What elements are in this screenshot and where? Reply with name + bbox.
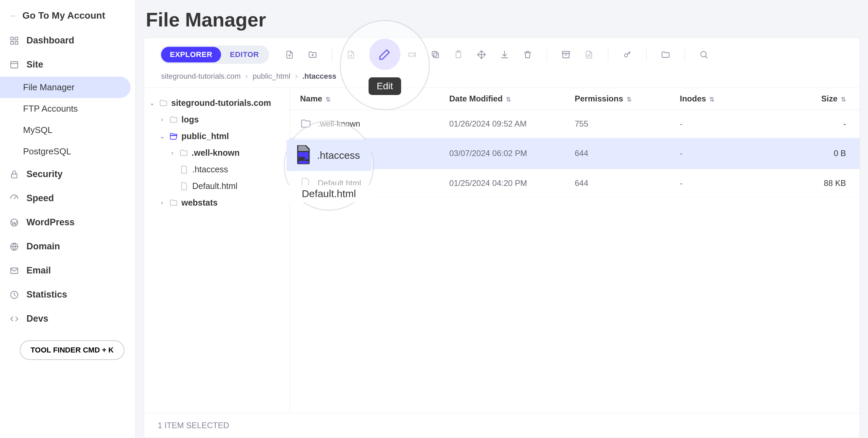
svg-rect-4: [11, 61, 18, 68]
sort-icon: ⇅: [627, 96, 632, 103]
tree-item-well-known[interactable]: › .well-known: [148, 145, 285, 161]
sort-icon: ⇅: [326, 96, 331, 103]
tree-root[interactable]: ⌄ siteground-tutorials.com: [148, 95, 285, 111]
svg-rect-3: [15, 41, 18, 44]
folder-settings-button[interactable]: [659, 48, 672, 61]
folder-icon: [300, 118, 312, 130]
sidebar-item-label: Site: [26, 59, 43, 70]
file-icon: [180, 165, 189, 174]
sidebar-item-ftp-accounts[interactable]: FTP Accounts: [0, 98, 135, 119]
copy-button[interactable]: [429, 48, 442, 61]
new-file-button[interactable]: [283, 48, 296, 61]
tree-item-htaccess[interactable]: .htaccess: [148, 161, 285, 178]
sidebar-item-label: MySQL: [23, 125, 53, 135]
panel-body: ⌄ siteground-tutorials.com › logs ⌄ publ…: [144, 88, 860, 413]
sidebar-item-devs[interactable]: Devs: [0, 307, 135, 331]
file-date: 03/07/2024 06:02 PM: [449, 149, 575, 158]
sidebar-item-email[interactable]: Email: [0, 259, 135, 283]
sort-icon: ⇅: [506, 96, 511, 103]
svg-rect-1: [15, 37, 18, 40]
table-row[interactable]: Default.html 01/25/2024 04:20 PM 644 - 8…: [290, 169, 860, 197]
globe-icon: [9, 242, 19, 251]
tree-item-default-html[interactable]: Default.html: [148, 178, 285, 194]
svg-rect-16: [563, 54, 569, 58]
folder-open-icon: [169, 132, 178, 141]
sidebar-item-postgresql[interactable]: PostgreSQL: [0, 141, 135, 162]
go-to-account-label: Go To My Account: [22, 10, 105, 21]
tree-item-public-html[interactable]: ⌄ public_html: [148, 128, 285, 145]
sort-icon: ⇅: [709, 96, 714, 103]
col-header-permissions[interactable]: Permissions⇅: [575, 94, 680, 103]
paste-button[interactable]: [452, 48, 465, 61]
sidebar-item-domain[interactable]: Domain: [0, 234, 135, 259]
breadcrumb-item[interactable]: public_html: [253, 72, 290, 81]
status-text: 1 ITEM SELECTED: [158, 421, 229, 430]
extract-button[interactable]: [582, 48, 596, 61]
file-date: 01/25/2024 04:20 PM: [449, 178, 575, 188]
svg-rect-10: [409, 53, 414, 56]
sidebar-item-mysql[interactable]: MySQL: [0, 119, 135, 141]
file-inodes: -: [680, 178, 778, 188]
tab-explorer[interactable]: EXPLORER: [161, 47, 221, 62]
move-button[interactable]: [475, 48, 488, 61]
download-button[interactable]: [498, 48, 511, 61]
col-header-size[interactable]: Size⇅: [778, 94, 846, 103]
tree-label: siteground-tutorials.com: [171, 98, 271, 108]
sidebar-item-dashboard[interactable]: Dashboard: [0, 28, 135, 53]
col-header-name[interactable]: Name⇅: [300, 94, 449, 103]
table-header: Name⇅ Date Modified⇅ Permissions⇅ Inodes…: [290, 88, 860, 110]
svg-rect-11: [434, 53, 438, 58]
sidebar: ← Go To My Account Dashboard Site File M…: [0, 0, 136, 438]
breadcrumb-item[interactable]: siteground-tutorials.com: [161, 72, 241, 81]
file-permissions: 644: [575, 149, 680, 158]
svg-rect-5: [12, 174, 17, 178]
main-content: File Manager EXPLORER EDITOR: [136, 0, 868, 438]
file-size: -: [778, 119, 846, 129]
tool-finder-button[interactable]: TOOL FINDER CMD + K: [20, 340, 124, 360]
sidebar-item-speed[interactable]: Speed: [0, 186, 135, 210]
file-date: 01/26/2024 09:52 AM: [449, 119, 575, 129]
gauge-icon: [9, 194, 19, 203]
table-row[interactable]: .HT .htaccess 03/07/2024 06:02 PM 644 - …: [290, 138, 860, 169]
new-folder-button[interactable]: [306, 48, 319, 61]
table-row[interactable]: .well-known 01/26/2024 09:52 AM 755 - -: [290, 110, 860, 138]
tab-label: EDITOR: [230, 50, 259, 59]
upload-file-button[interactable]: [344, 48, 358, 61]
chevron-right-icon: ›: [158, 116, 166, 123]
tree-item-logs[interactable]: › logs: [148, 111, 285, 128]
col-header-date[interactable]: Date Modified⇅: [449, 94, 575, 103]
archive-button[interactable]: [559, 48, 573, 61]
sidebar-item-label: WordPress: [26, 217, 75, 228]
sidebar-item-security[interactable]: Security: [0, 162, 135, 186]
svg-rect-12: [432, 52, 437, 56]
file-name: .htaccess: [318, 149, 352, 158]
folder-tree: ⌄ siteground-tutorials.com › logs ⌄ publ…: [144, 88, 290, 413]
tree-label: webstats: [181, 198, 218, 208]
permissions-button[interactable]: [620, 48, 634, 61]
folder-icon: [179, 149, 188, 157]
lock-icon: [9, 170, 19, 179]
sidebar-item-file-manager[interactable]: File Manager: [0, 77, 131, 98]
rename-button[interactable]: [406, 48, 419, 61]
folder-icon: [169, 115, 178, 124]
edit-button[interactable]: [382, 48, 396, 61]
breadcrumb-item-current: .htaccess: [302, 72, 336, 81]
tab-editor[interactable]: EDITOR: [221, 47, 268, 62]
file-name: Default.html: [318, 178, 361, 188]
sidebar-item-label: Domain: [26, 241, 60, 252]
folder-icon: [169, 198, 178, 207]
tree-item-webstats[interactable]: › webstats: [148, 194, 285, 211]
chevron-down-icon: ⌄: [148, 99, 156, 107]
sidebar-item-site[interactable]: Site: [0, 53, 135, 77]
search-button[interactable]: [697, 48, 711, 61]
mail-icon: [9, 266, 19, 275]
file-permissions: 755: [575, 119, 680, 129]
delete-button[interactable]: [521, 48, 534, 61]
go-to-account-link[interactable]: ← Go To My Account: [0, 6, 135, 28]
sidebar-item-statistics[interactable]: Statistics: [0, 283, 135, 307]
col-header-inodes[interactable]: Inodes⇅: [680, 94, 778, 103]
sidebar-item-wordpress[interactable]: WordPress: [0, 210, 135, 234]
file-inodes: -: [680, 119, 778, 129]
view-switch: EXPLORER EDITOR: [160, 45, 269, 64]
wordpress-icon: [9, 218, 19, 227]
